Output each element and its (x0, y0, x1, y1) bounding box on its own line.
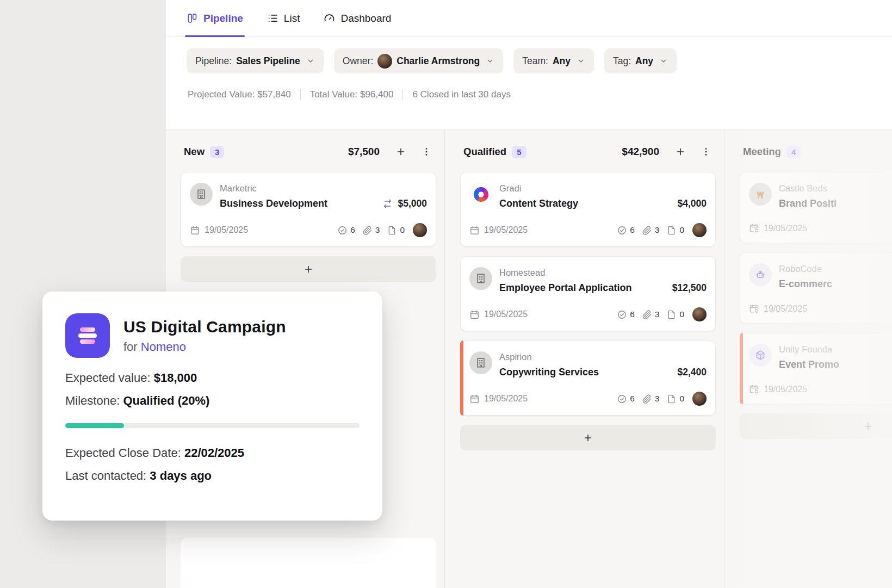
deal-card-marketric[interactable]: Marketric Business Development $5,000 19… (181, 172, 436, 247)
deal-date: 19/05/2025 (205, 225, 248, 235)
assignee-avatar (692, 307, 707, 321)
last-contacted-value: 3 days ago (150, 469, 212, 482)
company-name: Castle Beds (779, 183, 892, 194)
check-circle-icon (617, 310, 627, 320)
company-name: RoboCode (779, 263, 892, 275)
divider (300, 89, 301, 100)
plus-icon (303, 264, 314, 275)
chevron-down-icon (306, 57, 315, 65)
chevron-down-icon (659, 57, 668, 65)
check-circle-icon (337, 225, 348, 236)
tag-filter-label: Tag: (613, 55, 631, 67)
column-name: Qualified (463, 146, 506, 158)
cube-icon (754, 349, 766, 361)
deal-date: 19/05/2025 (764, 224, 807, 233)
plus-icon (863, 421, 874, 432)
tab-pipeline[interactable]: Pipeline (187, 0, 243, 36)
team-filter-value: Any (553, 55, 571, 67)
client-link[interactable]: Nomeno (141, 340, 186, 354)
column-menu-button[interactable] (699, 145, 713, 158)
attachments-count: 3 (642, 225, 660, 236)
close-date-value: 22/02/2025 (184, 446, 244, 460)
deal-card-gradi[interactable]: Gradi Content Strategy $4,000 19/05/2025… (460, 172, 716, 247)
deal-title: Employee Portal Application (499, 281, 667, 294)
pie-logo-icon (474, 187, 488, 202)
calendar-sync-icon (749, 223, 759, 233)
chevron-down-icon (577, 57, 585, 65)
tag-filter-value: Any (635, 55, 653, 67)
company-logo (749, 263, 772, 286)
add-card-button[interactable] (740, 413, 892, 439)
company-logo (469, 183, 492, 206)
notes-count: 0 (666, 225, 684, 236)
deal-date: 19/05/2025 (484, 310, 528, 319)
kebab-menu-icon (421, 146, 432, 157)
calendar-icon (469, 310, 480, 320)
attachments-count: 3 (642, 310, 660, 320)
file-icon (666, 394, 677, 404)
calendar-sync-icon (749, 384, 759, 394)
pipeline-filter-value: Sales Pipeline (236, 55, 300, 67)
column-count-badge: 4 (786, 146, 801, 158)
column-name: Meeting (743, 146, 781, 158)
tag-filter[interactable]: Tag: Any (604, 48, 677, 73)
owner-filter[interactable]: Owner: Charlie Armstrong (334, 48, 503, 73)
column-total: $7,500 (348, 146, 380, 158)
deal-card-unity-foundation[interactable]: Unity Founda Event Promo 19/05/2025 (740, 333, 892, 404)
check-circle-icon (617, 394, 627, 404)
deal-card-castle-beds[interactable]: Castle Beds Brand Positi 19/05/2025 (740, 172, 892, 243)
list-icon (267, 13, 278, 24)
add-deal-button[interactable] (394, 145, 407, 158)
column-meeting-header: Meeting 4 (740, 144, 892, 160)
company-name: Unity Founda (779, 344, 892, 355)
company-name: Homestead (499, 267, 707, 278)
notes-count: 0 (387, 225, 405, 236)
view-tabs: Pipeline List Dashboard (166, 0, 892, 37)
tasks-count: 6 (617, 225, 635, 236)
column-name: New (184, 146, 205, 158)
deal-title: E-commerc (779, 277, 892, 290)
tab-dashboard[interactable]: Dashboard (324, 0, 391, 36)
deal-date: 19/05/2025 (764, 385, 807, 394)
plus-icon (675, 146, 686, 157)
swap-icon (382, 199, 393, 209)
deal-title: Event Promo (779, 358, 892, 371)
owner-avatar (377, 54, 392, 69)
file-icon (387, 225, 397, 236)
robot-icon (754, 269, 766, 281)
attachments-count: 3 (362, 225, 380, 236)
calendar-icon (190, 225, 200, 236)
building-icon (475, 273, 487, 284)
pipeline-filter[interactable]: Pipeline: Sales Pipeline (187, 48, 324, 73)
calendar-icon (469, 394, 480, 404)
add-card-button[interactable] (181, 256, 436, 282)
tab-list[interactable]: List (267, 0, 300, 36)
milestone-progress-fill (65, 423, 124, 428)
kebab-menu-icon (701, 146, 711, 157)
milestone-value: Qualified (20%) (123, 394, 209, 407)
campaign-logo (65, 313, 110, 358)
deal-date: 19/05/2025 (484, 225, 528, 235)
paperclip-icon (642, 225, 652, 236)
pipeline-filter-label: Pipeline: (195, 55, 232, 67)
file-icon (666, 310, 677, 320)
deal-card-homestead[interactable]: Homestead Employee Portal Application $1… (460, 256, 716, 331)
tab-dashboard-label: Dashboard (340, 13, 391, 24)
column-menu-button[interactable] (420, 145, 433, 158)
check-circle-icon (617, 225, 627, 236)
notes-count: 0 (666, 394, 684, 404)
plus-icon (583, 432, 593, 443)
kanban-icon (187, 13, 198, 24)
expected-value: $18,000 (154, 371, 197, 385)
column-count-badge: 3 (210, 146, 224, 158)
building-icon (475, 357, 487, 369)
add-deal-button[interactable] (674, 145, 687, 158)
column-qualified-header: Qualified 5 $42,900 (460, 144, 716, 160)
deal-card-aspirion[interactable]: Aspirion Copywriting Services $2,400 19/… (460, 341, 716, 416)
team-filter[interactable]: Team: Any (513, 48, 594, 73)
column-qualified: Qualified 5 $42,900 Gradi Content Strate… (452, 129, 724, 588)
add-card-button[interactable] (460, 425, 716, 450)
deal-card-robocode[interactable]: RoboCode E-commerc 19/05/2025 (740, 252, 892, 324)
deal-value: $2,400 (677, 367, 707, 378)
column-meeting: Meeting 4 Castle Beds Brand Positi 19/05… (732, 129, 892, 588)
